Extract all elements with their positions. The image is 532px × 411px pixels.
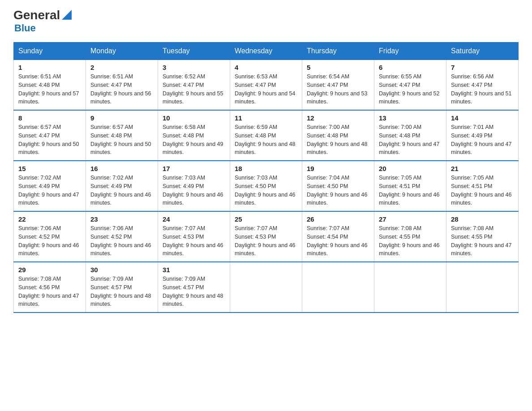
calendar-cell: 11Sunrise: 6:59 AMSunset: 4:48 PMDayligh… <box>230 110 302 161</box>
day-info: Sunrise: 7:05 AMSunset: 4:51 PMDaylight:… <box>379 174 442 207</box>
header-tuesday: Tuesday <box>158 43 230 60</box>
day-info: Sunrise: 7:08 AMSunset: 4:55 PMDaylight:… <box>451 224 514 258</box>
calendar-cell: 29Sunrise: 7:08 AMSunset: 4:56 PMDayligh… <box>14 262 86 313</box>
day-info: Sunrise: 6:55 AMSunset: 4:47 PMDaylight:… <box>379 73 442 106</box>
calendar-cell: 19Sunrise: 7:04 AMSunset: 4:50 PMDayligh… <box>302 161 374 211</box>
calendar-week-row: 29Sunrise: 7:08 AMSunset: 4:56 PMDayligh… <box>14 262 519 313</box>
calendar-cell: 18Sunrise: 7:03 AMSunset: 4:50 PMDayligh… <box>230 161 302 211</box>
calendar-cell: 13Sunrise: 7:00 AMSunset: 4:48 PMDayligh… <box>374 110 446 161</box>
day-info: Sunrise: 7:03 AMSunset: 4:50 PMDaylight:… <box>235 174 297 207</box>
day-number: 1 <box>18 64 81 71</box>
calendar-cell: 28Sunrise: 7:08 AMSunset: 4:55 PMDayligh… <box>446 211 519 262</box>
calendar-cell: 16Sunrise: 7:02 AMSunset: 4:49 PMDayligh… <box>86 161 158 211</box>
calendar-cell: 25Sunrise: 7:07 AMSunset: 4:53 PMDayligh… <box>230 211 302 262</box>
day-info: Sunrise: 7:07 AMSunset: 4:53 PMDaylight:… <box>235 224 297 258</box>
day-number: 13 <box>379 114 442 122</box>
day-info: Sunrise: 7:06 AMSunset: 4:52 PMDaylight:… <box>90 224 153 258</box>
calendar-cell: 1Sunrise: 6:51 AMSunset: 4:48 PMDaylight… <box>14 60 86 111</box>
day-number: 9 <box>90 114 153 122</box>
day-info: Sunrise: 7:04 AMSunset: 4:50 PMDaylight:… <box>307 174 369 207</box>
day-info: Sunrise: 6:58 AMSunset: 4:48 PMDaylight:… <box>163 123 225 157</box>
day-number: 12 <box>307 114 369 122</box>
day-number: 17 <box>163 165 225 172</box>
header-monday: Monday <box>86 43 158 60</box>
day-number: 30 <box>90 266 153 274</box>
day-number: 5 <box>307 64 369 71</box>
calendar-cell: 23Sunrise: 7:06 AMSunset: 4:52 PMDayligh… <box>86 211 158 262</box>
day-number: 26 <box>307 215 369 223</box>
day-info: Sunrise: 7:09 AMSunset: 4:57 PMDaylight:… <box>90 275 153 308</box>
day-info: Sunrise: 6:51 AMSunset: 4:48 PMDaylight:… <box>18 73 81 106</box>
day-info: Sunrise: 6:52 AMSunset: 4:47 PMDaylight:… <box>163 73 225 106</box>
day-info: Sunrise: 7:07 AMSunset: 4:53 PMDaylight:… <box>163 224 225 258</box>
header-friday: Friday <box>374 43 446 60</box>
header-saturday: Saturday <box>446 43 519 60</box>
calendar-cell <box>446 262 519 313</box>
day-info: Sunrise: 6:56 AMSunset: 4:47 PMDaylight:… <box>451 73 514 106</box>
day-number: 25 <box>235 215 297 223</box>
header-thursday: Thursday <box>302 43 374 60</box>
header-wednesday: Wednesday <box>230 43 302 60</box>
day-number: 3 <box>163 64 225 71</box>
day-info: Sunrise: 6:57 AMSunset: 4:48 PMDaylight:… <box>90 123 153 157</box>
calendar-cell: 20Sunrise: 7:05 AMSunset: 4:51 PMDayligh… <box>374 161 446 211</box>
calendar-cell: 4Sunrise: 6:53 AMSunset: 4:47 PMDaylight… <box>230 60 302 111</box>
day-number: 4 <box>235 64 297 71</box>
day-info: Sunrise: 7:01 AMSunset: 4:49 PMDaylight:… <box>451 123 514 157</box>
day-info: Sunrise: 7:08 AMSunset: 4:55 PMDaylight:… <box>379 224 442 258</box>
calendar-table: SundayMondayTuesdayWednesdayThursdayFrid… <box>13 42 519 313</box>
calendar-week-row: 1Sunrise: 6:51 AMSunset: 4:48 PMDaylight… <box>14 60 519 111</box>
day-info: Sunrise: 7:00 AMSunset: 4:48 PMDaylight:… <box>379 123 442 157</box>
calendar-cell: 6Sunrise: 6:55 AMSunset: 4:47 PMDaylight… <box>374 60 446 111</box>
day-info: Sunrise: 6:59 AMSunset: 4:48 PMDaylight:… <box>235 123 297 157</box>
calendar-cell: 30Sunrise: 7:09 AMSunset: 4:57 PMDayligh… <box>86 262 158 313</box>
calendar-cell: 7Sunrise: 6:56 AMSunset: 4:47 PMDaylight… <box>446 60 519 111</box>
day-info: Sunrise: 7:03 AMSunset: 4:49 PMDaylight:… <box>163 174 225 207</box>
logo: General Blue <box>13 9 72 34</box>
calendar-cell: 15Sunrise: 7:02 AMSunset: 4:49 PMDayligh… <box>14 161 86 211</box>
day-number: 28 <box>451 215 514 223</box>
calendar-cell: 5Sunrise: 6:54 AMSunset: 4:47 PMDaylight… <box>302 60 374 111</box>
calendar-cell: 2Sunrise: 6:51 AMSunset: 4:47 PMDaylight… <box>86 60 158 111</box>
page-header: General Blue <box>13 9 519 34</box>
logo-blue-text: Blue <box>14 22 36 34</box>
day-info: Sunrise: 7:06 AMSunset: 4:52 PMDaylight:… <box>18 224 81 258</box>
day-number: 23 <box>90 215 153 223</box>
calendar-cell: 17Sunrise: 7:03 AMSunset: 4:49 PMDayligh… <box>158 161 230 211</box>
day-number: 31 <box>163 266 225 274</box>
day-number: 10 <box>163 114 225 122</box>
day-info: Sunrise: 6:54 AMSunset: 4:47 PMDaylight:… <box>307 73 369 106</box>
day-number: 24 <box>163 215 225 223</box>
day-info: Sunrise: 6:53 AMSunset: 4:47 PMDaylight:… <box>235 73 297 106</box>
calendar-header-row: SundayMondayTuesdayWednesdayThursdayFrid… <box>14 43 519 60</box>
calendar-week-row: 22Sunrise: 7:06 AMSunset: 4:52 PMDayligh… <box>14 211 519 262</box>
calendar-cell <box>374 262 446 313</box>
calendar-cell: 10Sunrise: 6:58 AMSunset: 4:48 PMDayligh… <box>158 110 230 161</box>
day-number: 29 <box>18 266 81 274</box>
day-number: 15 <box>18 165 81 172</box>
calendar-week-row: 15Sunrise: 7:02 AMSunset: 4:49 PMDayligh… <box>14 161 519 211</box>
calendar-cell: 22Sunrise: 7:06 AMSunset: 4:52 PMDayligh… <box>14 211 86 262</box>
day-number: 6 <box>379 64 442 71</box>
calendar-cell: 12Sunrise: 7:00 AMSunset: 4:48 PMDayligh… <box>302 110 374 161</box>
day-number: 2 <box>90 64 153 71</box>
day-number: 20 <box>379 165 442 172</box>
logo-general-text: General <box>13 9 60 21</box>
calendar-cell: 14Sunrise: 7:01 AMSunset: 4:49 PMDayligh… <box>446 110 519 161</box>
calendar-cell: 26Sunrise: 7:07 AMSunset: 4:54 PMDayligh… <box>302 211 374 262</box>
day-number: 27 <box>379 215 442 223</box>
day-info: Sunrise: 6:57 AMSunset: 4:47 PMDaylight:… <box>18 123 81 157</box>
calendar-cell: 24Sunrise: 7:07 AMSunset: 4:53 PMDayligh… <box>158 211 230 262</box>
day-number: 18 <box>235 165 297 172</box>
day-info: Sunrise: 7:05 AMSunset: 4:51 PMDaylight:… <box>451 174 514 207</box>
day-info: Sunrise: 7:08 AMSunset: 4:56 PMDaylight:… <box>18 275 81 308</box>
day-number: 21 <box>451 165 514 172</box>
day-number: 19 <box>307 165 369 172</box>
svg-marker-0 <box>62 10 72 20</box>
day-number: 11 <box>235 114 297 122</box>
calendar-cell: 27Sunrise: 7:08 AMSunset: 4:55 PMDayligh… <box>374 211 446 262</box>
header-sunday: Sunday <box>14 43 86 60</box>
calendar-week-row: 8Sunrise: 6:57 AMSunset: 4:47 PMDaylight… <box>14 110 519 161</box>
day-info: Sunrise: 7:07 AMSunset: 4:54 PMDaylight:… <box>307 224 369 258</box>
calendar-cell <box>230 262 302 313</box>
